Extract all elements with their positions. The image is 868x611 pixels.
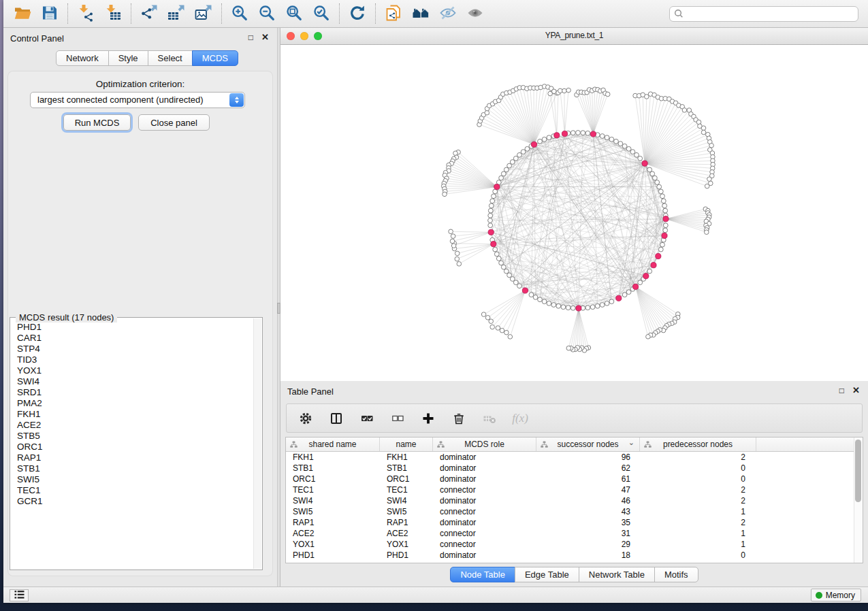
- main-toolbar: [3, 0, 868, 28]
- export-table-button[interactable]: [164, 1, 189, 26]
- import-table-button[interactable]: [101, 1, 125, 26]
- table-row[interactable]: PHD1PHD1dominator180: [286, 550, 863, 561]
- mcds-result-item[interactable]: CAR1: [17, 333, 253, 344]
- tab-node-table[interactable]: Node Table: [450, 567, 515, 582]
- tab-motifs[interactable]: Motifs: [654, 567, 698, 582]
- dropdown-stepper-icon: [229, 93, 244, 107]
- search-input[interactable]: [669, 6, 858, 22]
- float-table-panel-icon[interactable]: □: [839, 386, 844, 395]
- tab-select[interactable]: Select: [148, 50, 193, 66]
- table-row[interactable]: STB1STB1dominator620: [286, 463, 863, 474]
- tab-network-table[interactable]: Network Table: [579, 567, 655, 582]
- first-neighbors-button[interactable]: [408, 1, 433, 26]
- table-cell: 18: [536, 550, 640, 560]
- export-network-button[interactable]: [137, 1, 161, 26]
- table-row[interactable]: SWI5SWI5connector431: [286, 506, 863, 517]
- network-graph: [280, 45, 868, 381]
- clone-network-button[interactable]: [381, 1, 406, 26]
- table-body: FKH1FKH1dominator962STB1STB1dominator620…: [286, 452, 863, 561]
- toolbar-search: [669, 6, 858, 22]
- mcds-result-item[interactable]: STB5: [17, 431, 253, 442]
- run-mcds-button[interactable]: Run MCDS: [63, 114, 131, 131]
- column-header-MCDS-role[interactable]: MCDS role: [433, 437, 536, 451]
- open-file-button[interactable]: [10, 1, 35, 26]
- zoom-in-button[interactable]: [227, 1, 252, 26]
- clone-network-icon: [385, 4, 402, 24]
- mcds-result-item[interactable]: TID3: [17, 354, 253, 365]
- mcds-result-item[interactable]: YOX1: [17, 365, 253, 376]
- show-all-button[interactable]: [463, 1, 487, 26]
- table-cell: STB1: [286, 463, 380, 473]
- close-table-panel-icon[interactable]: ✕: [852, 385, 860, 395]
- close-panel-icon[interactable]: ✕: [261, 32, 269, 42]
- mcds-result-item[interactable]: PHD1: [17, 322, 253, 333]
- column-header-label: successor nodes: [557, 440, 618, 449]
- network-canvas[interactable]: [280, 45, 868, 381]
- column-header-successor-nodes[interactable]: successor nodes⌄: [536, 437, 640, 451]
- zoom-selected-button[interactable]: [309, 1, 334, 26]
- table-cell: SWI4: [286, 496, 380, 506]
- mcds-result-item[interactable]: SWI5: [17, 474, 253, 485]
- table-scrollbar[interactable]: [854, 437, 863, 563]
- column-type-icon: [290, 441, 298, 450]
- node-table: shared namenameMCDS rolesuccessor nodes⌄…: [285, 437, 863, 563]
- table-row[interactable]: TEC1TEC1connector472: [286, 484, 863, 495]
- table-panel-tabs: Node TableEdge TableNetwork TableMotifs: [280, 567, 868, 582]
- table-row[interactable]: SWI4SWI4dominator462: [286, 495, 863, 506]
- table-row[interactable]: ORC1ORC1dominator610: [286, 474, 863, 484]
- table-row[interactable]: YOX1YOX1connector291: [286, 539, 863, 550]
- settings-gear-icon[interactable]: [298, 410, 314, 427]
- mcds-result-item[interactable]: PMA2: [17, 398, 253, 409]
- zoom-out-button[interactable]: [255, 1, 279, 26]
- fit-content-button[interactable]: [282, 1, 306, 26]
- column-header-name[interactable]: name: [380, 437, 433, 451]
- save-session-button[interactable]: [37, 1, 62, 26]
- column-header-predecessor-nodes[interactable]: predecessor nodes: [640, 437, 756, 451]
- zoom-in-icon: [231, 4, 248, 24]
- deselect-all-icon[interactable]: [389, 410, 406, 427]
- table-cell: SWI5: [286, 507, 380, 516]
- table-cell: SWI4: [380, 496, 433, 506]
- task-history-button[interactable]: [10, 589, 29, 601]
- zoom-out-icon: [258, 4, 276, 24]
- add-entry-icon[interactable]: [420, 410, 436, 427]
- tab-style[interactable]: Style: [108, 50, 148, 66]
- float-panel-icon[interactable]: □: [248, 33, 253, 42]
- mcds-result-item[interactable]: STP4: [17, 344, 253, 354]
- table-cell: RAP1: [286, 518, 380, 527]
- table-scrollbar-thumb[interactable]: [855, 440, 861, 502]
- mcds-result-item[interactable]: SWI4: [17, 376, 253, 387]
- mcds-list-scrollbar[interactable]: [253, 318, 261, 569]
- close-panel-button[interactable]: Close panel: [138, 114, 210, 131]
- column-header-shared-name[interactable]: shared name: [286, 437, 380, 451]
- select-all-icon[interactable]: [359, 410, 375, 427]
- clear-table-icon: [481, 410, 498, 427]
- refresh-view-button[interactable]: [345, 1, 370, 26]
- tab-mcds[interactable]: MCDS: [192, 50, 238, 66]
- criterion-dropdown[interactable]: largest connected component (undirected): [30, 92, 245, 108]
- mcds-result-item[interactable]: STB1: [17, 463, 253, 474]
- table-row[interactable]: FKH1FKH1dominator962: [286, 452, 863, 463]
- hide-selected-button[interactable]: [436, 1, 460, 26]
- export-image-button[interactable]: [191, 1, 216, 26]
- table-row[interactable]: RAP1RAP1dominator352: [286, 517, 863, 528]
- mcds-result-item[interactable]: ACE2: [17, 420, 253, 431]
- table-cell: TEC1: [380, 485, 433, 495]
- mcds-result-item[interactable]: TEC1: [17, 485, 253, 496]
- network-window-titlebar[interactable]: YPA_prune.txt_1: [280, 28, 868, 45]
- delete-entry-icon[interactable]: [451, 410, 467, 427]
- tab-network[interactable]: Network: [56, 50, 109, 66]
- memory-button[interactable]: Memory: [811, 589, 861, 601]
- table-header-row: shared namenameMCDS rolesuccessor nodes⌄…: [286, 437, 863, 452]
- mcds-result-item[interactable]: ORC1: [17, 442, 253, 452]
- mcds-result-item[interactable]: GCR1: [17, 496, 253, 507]
- import-network-button[interactable]: [74, 1, 98, 26]
- tab-edge-table[interactable]: Edge Table: [515, 567, 579, 582]
- mcds-result-item[interactable]: FKH1: [17, 409, 253, 420]
- table-row[interactable]: ACE2ACE2connector311: [286, 528, 863, 539]
- status-bar: Memory: [3, 587, 868, 603]
- table-cell: PHD1: [380, 550, 433, 560]
- mcds-result-item[interactable]: RAP1: [17, 452, 253, 463]
- mcds-result-item[interactable]: SRD1: [17, 387, 253, 398]
- column-layout-icon[interactable]: [328, 410, 344, 427]
